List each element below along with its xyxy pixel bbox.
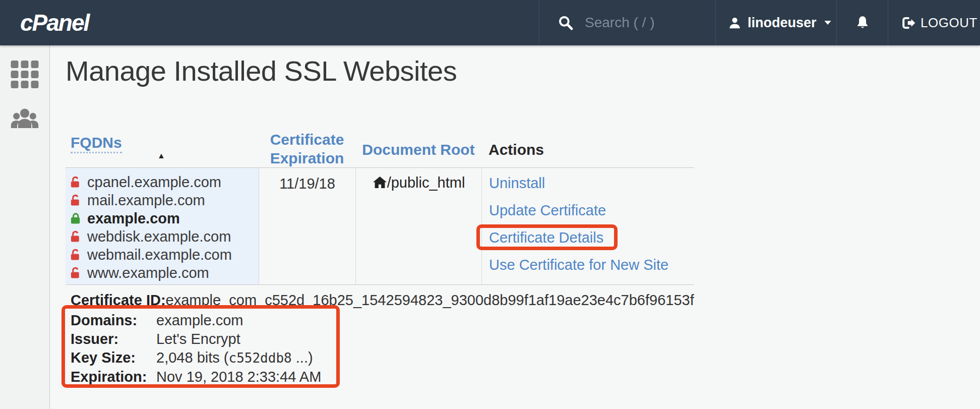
- nav-right-group: linodeuser LOGOUT: [539, 0, 980, 45]
- uninstall-link[interactable]: Uninstall: [489, 169, 694, 197]
- key-fingerprint: c552ddb8: [228, 350, 291, 366]
- column-header-actions: Actions: [481, 126, 694, 167]
- notifications-button[interactable]: [836, 0, 888, 45]
- actions-cell: Uninstall Update Certificate Certificate…: [481, 168, 694, 284]
- document-root-path: /public_html: [387, 174, 465, 191]
- home-icon: [373, 176, 387, 189]
- unlocked-icon: [70, 194, 82, 207]
- certificate-id-label: Certificate ID:: [71, 292, 166, 308]
- fqdn-item: cpanel.example.com: [70, 173, 259, 191]
- column-header-document-root[interactable]: Document Root: [355, 126, 481, 167]
- main-content: Manage Installed SSL Websites FQDNs ▲ Ce…: [50, 45, 980, 409]
- search-box[interactable]: [539, 0, 715, 45]
- detail-row-key-size: Key Size: 2,048 bits (c552ddb8 ...): [71, 348, 694, 368]
- logout-button[interactable]: LOGOUT: [888, 0, 980, 45]
- sidebar: [0, 45, 50, 409]
- chevron-down-icon: [824, 20, 832, 25]
- locked-icon: [70, 212, 82, 225]
- fqdn-item: webdisk.example.com: [70, 227, 259, 246]
- logout-label: LOGOUT: [921, 15, 977, 31]
- page-title: Manage Installed SSL Websites: [66, 54, 457, 87]
- user-menu[interactable]: linodeuser: [715, 0, 836, 45]
- search-icon: [558, 15, 574, 31]
- fqdn-item-primary: example.com: [70, 209, 259, 227]
- detail-row-expiration: Expiration: Nov 19, 2018 2:33:44 AM: [71, 368, 694, 386]
- certificate-details-link[interactable]: Certificate Details: [489, 224, 694, 251]
- table-header-row: FQDNs ▲ Certificate Expiration Document …: [66, 126, 694, 167]
- top-nav: cPanel linodeuser LOGOUT: [0, 0, 980, 45]
- fqdn-item: webmail.example.com: [70, 246, 259, 264]
- cpanel-page: cPanel linodeuser LOGOUT: [0, 0, 980, 409]
- users-group-icon: [10, 107, 39, 129]
- update-certificate-link[interactable]: Update Certificate: [489, 197, 694, 224]
- logout-icon: [901, 16, 916, 30]
- ssl-websites-table: FQDNs ▲ Certificate Expiration Document …: [66, 126, 694, 386]
- use-certificate-new-site-link[interactable]: Use Certificate for New Site: [489, 251, 694, 278]
- unlocked-icon: [70, 266, 82, 279]
- unlocked-icon: [70, 230, 82, 243]
- certificate-id-value: example_com_c552d_16b25_1542594823_9300d…: [166, 292, 694, 308]
- unlocked-icon: [70, 248, 82, 261]
- apps-grid-icon[interactable]: [11, 61, 39, 88]
- certificate-expiration-cell: 11/19/18: [259, 168, 355, 284]
- fqdn-item: www.example.com: [70, 264, 259, 282]
- fqdns-sort-link[interactable]: FQDNs: [71, 134, 122, 153]
- fqdn-item: mail.example.com: [70, 191, 259, 209]
- username-label: linodeuser: [748, 15, 817, 31]
- detail-row-issuer: Issuer: Let's Encrypt: [71, 330, 694, 348]
- sort-asc-icon: ▲: [157, 151, 165, 160]
- document-root-cell: /public_html: [355, 168, 481, 284]
- certificate-id-row: Certificate ID:example_com_c552d_16b25_1…: [66, 285, 694, 309]
- bell-icon: [855, 15, 870, 30]
- certificate-details-block: Domains: example.com Issuer: Let's Encry…: [66, 311, 694, 386]
- user-manager-button[interactable]: [10, 107, 39, 131]
- cpanel-logo: cPanel: [20, 9, 89, 36]
- user-icon: [728, 16, 742, 30]
- fqdns-cell: cpanel.example.com mail.example.com exam…: [66, 168, 259, 284]
- search-input[interactable]: [584, 14, 707, 31]
- column-header-fqdns: FQDNs ▲: [66, 126, 259, 167]
- detail-row-domains: Domains: example.com: [71, 311, 694, 330]
- unlocked-icon: [70, 176, 82, 189]
- table-row: cpanel.example.com mail.example.com exam…: [66, 167, 694, 285]
- column-header-certificate-expiration[interactable]: Certificate Expiration: [259, 126, 355, 167]
